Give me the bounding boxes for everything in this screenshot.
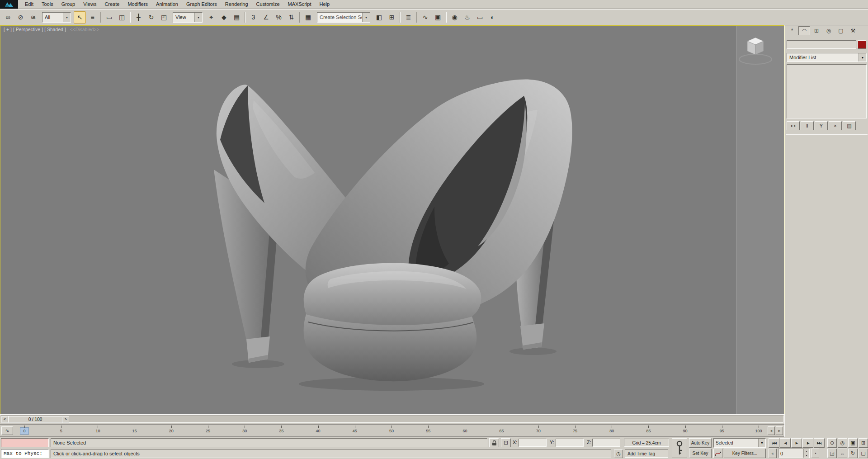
rectangular-selection-region-button[interactable]: ▭	[103, 11, 115, 24]
motion-tab-button[interactable]: ◎	[823, 26, 835, 35]
edit-named-selection-sets-button[interactable]: ▦	[302, 11, 314, 24]
trackbar-forward-button[interactable]: ►	[776, 426, 783, 435]
zoom-button[interactable]: ⊙	[827, 438, 837, 448]
absolute-mode-toggle-button[interactable]: ⊡	[501, 438, 511, 447]
key-mode-toggle-button[interactable]: «	[769, 449, 777, 458]
use-pivot-point-center-button[interactable]: ⌖	[205, 11, 217, 24]
next-frame-arrow-button[interactable]: >	[62, 416, 69, 422]
time-tag-icon-button[interactable]: ◷	[614, 450, 623, 458]
mirror-button[interactable]: ◧	[373, 11, 385, 24]
curve-editor-button[interactable]: ∿	[419, 11, 431, 24]
time-slider-track[interactable]: < 0 / 100 >	[1, 416, 783, 423]
make-unique-button[interactable]: Y	[815, 121, 828, 130]
select-and-manipulate-button[interactable]: ◆	[218, 11, 230, 24]
spinner-snap-toggle-button[interactable]: ⇅	[285, 11, 297, 24]
frame-spinner-up-button[interactable]: ▴	[804, 449, 809, 454]
keyboard-shortcut-override-button[interactable]: ▤	[231, 11, 243, 24]
menu-tools[interactable]: Tools	[38, 0, 57, 9]
x-coordinate-field[interactable]	[519, 439, 547, 447]
show-end-result-button[interactable]: ǁ	[801, 121, 814, 130]
percent-snap-toggle-button[interactable]: %	[273, 11, 285, 24]
select-and-move-button[interactable]: ╋	[132, 11, 145, 24]
select-and-uniform-scale-button[interactable]: ◰	[158, 11, 170, 24]
perspective-viewport[interactable]: [ + ] [ Perspective ] [ Shaded ] <<Disab…	[0, 25, 784, 414]
maxscript-listener-line[interactable]: Max to Physc:	[1, 449, 49, 458]
zoom-extents-all-button[interactable]: ⊞	[859, 438, 868, 448]
selection-lock-toggle-button[interactable]	[489, 438, 499, 447]
menu-animation[interactable]: Animation	[152, 0, 182, 9]
menu-edit[interactable]: Edit	[21, 0, 38, 9]
track-bar[interactable]: ∿ 05101520253035404550556065707580859095…	[0, 424, 784, 437]
maximize-viewport-toggle-button[interactable]: ▢	[859, 449, 868, 458]
selection-filter-dropdown[interactable]: All ▼	[42, 12, 71, 23]
auto-key-button[interactable]: Auto Key	[689, 438, 712, 448]
view-cube[interactable]	[735, 31, 776, 67]
remove-modifier-button[interactable]: ×	[829, 121, 842, 130]
set-key-button[interactable]: Set Key	[689, 449, 712, 458]
application-button[interactable]	[0, 0, 18, 9]
utilities-tab-button[interactable]: ⚒	[847, 26, 859, 35]
viewport-label[interactable]: [ + ] [ Perspective ] [ Shaded ] <<Disab…	[4, 27, 99, 32]
reference-coordinate-system-dropdown[interactable]: View ▼	[173, 12, 203, 23]
create-tab-button[interactable]: *	[786, 26, 798, 35]
play-button[interactable]: ▶	[791, 438, 802, 448]
previous-frame-button[interactable]: ◀|	[780, 438, 791, 448]
time-configuration-button[interactable]: ◔	[811, 449, 819, 458]
named-selection-sets-combo[interactable]: Create Selection Se ▼	[317, 12, 370, 23]
material-editor-button[interactable]: ◉	[448, 11, 461, 24]
menu-group[interactable]: Group	[57, 0, 80, 9]
pin-stack-button[interactable]: ⊷	[787, 121, 800, 130]
set-keys-button[interactable]	[672, 438, 687, 458]
current-frame-field[interactable]	[778, 449, 803, 458]
render-setup-button[interactable]: ♨	[461, 11, 473, 24]
go-to-end-button[interactable]: ▶▶|	[814, 438, 825, 448]
modifier-list-dropdown[interactable]: Modifier List ▼	[787, 53, 867, 62]
schematic-view-button[interactable]: ▣	[432, 11, 444, 24]
align-button[interactable]: ⊞	[386, 11, 398, 24]
add-time-tag-field[interactable]: Add Time Tag	[625, 450, 668, 458]
time-slider-handle[interactable]: 0 / 100	[8, 416, 62, 422]
zoom-region-button[interactable]: ◲	[827, 449, 837, 458]
default-in-out-tangents-button[interactable]	[713, 449, 722, 458]
layer-manager-button[interactable]: ≣	[402, 11, 415, 24]
pan-button[interactable]: ⇔	[838, 449, 847, 458]
trackbar-back-button[interactable]: ◄	[768, 426, 775, 435]
window-crossing-button[interactable]: ◫	[116, 11, 128, 24]
object-name-field[interactable]	[787, 40, 856, 49]
zoom-all-button[interactable]: ◎	[838, 438, 847, 448]
menu-modifiers[interactable]: Modifiers	[123, 0, 152, 9]
previous-frame-arrow-button[interactable]: <	[1, 416, 8, 422]
menu-create[interactable]: Create	[100, 0, 123, 9]
modifier-stack-list[interactable]	[787, 64, 867, 118]
zoom-extents-button[interactable]: ▣	[848, 438, 858, 448]
bind-to-space-warp-button[interactable]: ≋	[27, 11, 39, 24]
frame-spinner-down-button[interactable]: ▾	[804, 454, 809, 458]
quick-render-button[interactable]: ◐	[486, 11, 499, 24]
menu-graph-editors[interactable]: Graph Editors	[182, 0, 221, 9]
select-object-button[interactable]: ↖	[74, 11, 86, 24]
angle-snap-toggle-button[interactable]: ∠	[260, 11, 272, 24]
key-set-dropdown[interactable]: Selected ▼	[713, 438, 766, 448]
display-tab-button[interactable]: ▢	[835, 26, 847, 35]
menu-views[interactable]: Views	[79, 0, 100, 9]
rendered-frame-window-button[interactable]: ▭	[474, 11, 486, 24]
next-frame-button[interactable]: |▶	[802, 438, 813, 448]
z-coordinate-field[interactable]	[592, 439, 620, 447]
maxscript-macro-recorder-line[interactable]	[1, 438, 49, 447]
menu-customize[interactable]: Customize	[252, 0, 284, 9]
object-color-swatch[interactable]	[858, 40, 866, 49]
modify-tab-button[interactable]: ◠	[798, 26, 810, 35]
menu-rendering[interactable]: Rendering	[221, 0, 252, 9]
select-and-link-button[interactable]: ∞	[2, 11, 14, 24]
configure-modifier-sets-button[interactable]: ▤	[843, 121, 856, 130]
menu-help[interactable]: Help	[316, 0, 334, 9]
orbit-button[interactable]: ↻	[848, 449, 858, 458]
key-filters-button[interactable]: Key Filters...	[724, 449, 766, 458]
unlink-selection-button[interactable]: ⊘	[14, 11, 27, 24]
hierarchy-tab-button[interactable]: ⊞	[811, 26, 822, 35]
select-and-rotate-button[interactable]: ↻	[145, 11, 157, 24]
snaps-toggle-button[interactable]: 3	[247, 11, 259, 24]
y-coordinate-field[interactable]	[556, 439, 584, 447]
select-by-name-button[interactable]: ≡	[86, 11, 99, 24]
go-to-start-button[interactable]: |◀◀	[769, 438, 779, 448]
